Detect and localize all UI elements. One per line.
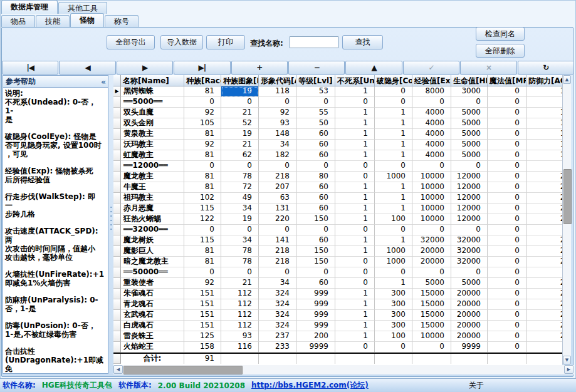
cell[interactable]: 8000 (412, 86, 451, 97)
cell[interactable]: 魔影巨人 (121, 246, 184, 257)
tab-sub-inactive[interactable]: 物品 (1, 15, 35, 27)
cell[interactable]: 5000 (412, 278, 451, 289)
cell[interactable]: 19 (221, 214, 259, 225)
cell[interactable]: 1 (335, 310, 375, 321)
cell[interactable]: 0 (488, 310, 526, 321)
cell[interactable]: 0 (488, 204, 526, 214)
cell[interactable]: 1000 (375, 172, 412, 182)
cell[interactable]: 5000 (451, 129, 488, 140)
cell[interactable]: 25 (526, 182, 562, 193)
cell[interactable]: 115 (184, 204, 221, 214)
cell[interactable]: 0 (488, 118, 526, 129)
row-indicator[interactable] (113, 225, 121, 235)
cell[interactable]: 25 (526, 235, 562, 246)
cell[interactable]: 118 (259, 86, 296, 97)
row-indicator[interactable] (113, 129, 121, 140)
cell[interactable]: 0 (375, 342, 412, 353)
cell[interactable]: 5000 (451, 140, 488, 150)
cell[interactable]: 0 (488, 342, 526, 353)
cell[interactable]: 81 (184, 172, 221, 182)
cell[interactable]: 20000 (451, 289, 488, 299)
cell[interactable]: 沃玛教主 (121, 140, 184, 150)
cell[interactable]: 0 (412, 225, 451, 235)
cell[interactable]: 0 (259, 97, 296, 108)
row-indicator[interactable] (113, 193, 121, 204)
cell[interactable]: 32000 (451, 246, 488, 257)
cell[interactable]: 12000 (451, 172, 488, 182)
cell[interactable]: 112 (221, 310, 259, 321)
about-label[interactable]: 关于 (469, 380, 484, 391)
cell[interactable]: 5000 (451, 108, 488, 118)
cell[interactable]: 1 (335, 331, 375, 342)
cell[interactable]: 999 (296, 321, 335, 331)
cell[interactable]: 34 (259, 278, 296, 289)
cell[interactable]: 0 (488, 331, 526, 342)
cell[interactable]: 5000 (451, 278, 488, 289)
horizontal-scrollbar[interactable]: ◀ ▶ (113, 365, 573, 374)
cell[interactable]: 0 (296, 97, 335, 108)
cell[interactable]: 雷炎蛛王 (121, 331, 184, 342)
cell[interactable]: 5000 (451, 118, 488, 129)
cell[interactable]: ══12000══ (121, 161, 184, 172)
cell[interactable]: 1 (335, 193, 375, 204)
delete-record-button[interactable]: − (288, 61, 345, 75)
cell[interactable]: 148 (259, 129, 296, 140)
cell[interactable]: 112 (221, 299, 259, 310)
cell[interactable]: 15 (526, 150, 562, 161)
cell[interactable]: 50 (296, 118, 335, 129)
cell[interactable]: 218 (259, 246, 296, 257)
cell[interactable]: 1 (375, 235, 412, 246)
cell[interactable]: 92 (259, 108, 296, 118)
column-header[interactable]: 魔法值[MP] (488, 75, 526, 86)
cell[interactable]: 0 (488, 278, 526, 289)
cell[interactable]: 0 (335, 342, 375, 353)
cell[interactable]: 0 (488, 214, 526, 225)
cell[interactable]: 0 (335, 161, 375, 172)
cell[interactable]: 25 (526, 193, 562, 204)
column-header[interactable]: 不死系[Undead] (335, 75, 375, 86)
cell[interactable]: 0 (488, 257, 526, 267)
cell[interactable]: 0 (184, 97, 221, 108)
cell[interactable]: 0 (488, 246, 526, 257)
cell[interactable]: 0 (451, 161, 488, 172)
cell[interactable]: 100 (375, 331, 412, 342)
cell[interactable]: 20000 (412, 257, 451, 267)
row-indicator[interactable] (113, 299, 121, 310)
cell[interactable]: 60 (296, 235, 335, 246)
cell[interactable]: 1 (335, 182, 375, 193)
cell[interactable]: 1 (375, 182, 412, 193)
cell[interactable]: 祖玛教主 (121, 193, 184, 204)
row-indicator[interactable] (113, 214, 121, 225)
scroll-down-icon[interactable]: ▼ (563, 356, 571, 364)
export-all-button[interactable]: 全部导出 (107, 35, 155, 49)
tab-sub-inactive[interactable]: 技能 (36, 15, 70, 27)
cell[interactable]: 0 (488, 267, 526, 278)
cell[interactable]: 182 (259, 150, 296, 161)
cell[interactable]: 151 (184, 321, 221, 331)
cell[interactable]: 0 (335, 267, 375, 278)
cell[interactable]: 324 (259, 310, 296, 321)
cell[interactable]: 0 (375, 97, 412, 108)
cell[interactable]: 60 (296, 204, 335, 214)
cell[interactable]: 207 (259, 182, 296, 193)
collapse-help-icon[interactable]: « (101, 76, 106, 88)
cell[interactable]: 15000 (412, 321, 451, 331)
scroll-left-icon[interactable]: ◀ (113, 365, 123, 374)
cell[interactable]: 1 (375, 278, 412, 289)
cell[interactable]: 60 (296, 182, 335, 193)
cell[interactable]: 25 (526, 278, 562, 289)
cell[interactable]: 0 (221, 267, 259, 278)
cell[interactable]: 112 (221, 321, 259, 331)
cell[interactable]: 81 (184, 257, 221, 267)
cell[interactable]: 4000 (412, 129, 451, 140)
cell[interactable]: 1 (335, 289, 375, 299)
vertical-scroll-thumb[interactable] (563, 169, 572, 224)
cell[interactable]: 0 (488, 97, 526, 108)
search-name-input[interactable] (290, 36, 338, 48)
cell[interactable]: 魔龙树妖 (121, 235, 184, 246)
cell[interactable]: 15 (526, 86, 562, 97)
cell[interactable]: 15000 (412, 299, 451, 310)
cell[interactable]: 1 (335, 140, 375, 150)
cell[interactable]: 15 (526, 108, 562, 118)
cell[interactable]: 300 (375, 321, 412, 331)
